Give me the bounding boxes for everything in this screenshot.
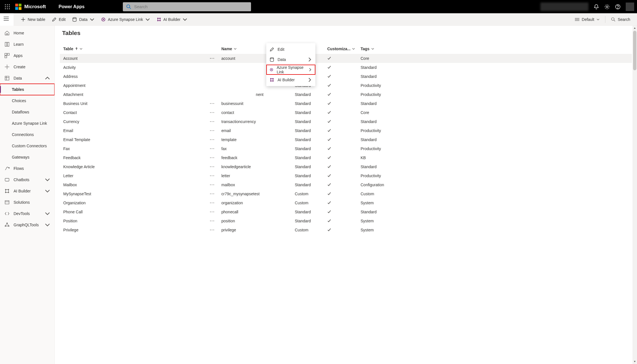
- cell-customizable: [327, 56, 361, 61]
- scroll-up-icon[interactable]: [634, 26, 636, 30]
- table-row[interactable]: Mailbox···mailboxStandardConfiguration: [60, 180, 632, 189]
- col-customizable[interactable]: Customiza...: [327, 47, 361, 51]
- nav-toggle-button[interactable]: [4, 17, 9, 21]
- col-tags[interactable]: Tags: [361, 47, 392, 51]
- nav-graphql[interactable]: GraphQLTools: [0, 219, 54, 231]
- cell-name: position: [221, 219, 295, 223]
- ai-builder-label: AI Builder: [163, 17, 181, 22]
- more-actions-button[interactable]: ···: [208, 137, 217, 142]
- nav-data[interactable]: Data: [0, 73, 54, 84]
- global-search[interactable]: [123, 2, 251, 11]
- cell-name: contact: [221, 110, 295, 115]
- nav-devtools[interactable]: DevTools: [0, 208, 54, 219]
- pencil-icon: [270, 47, 274, 52]
- ctx-data[interactable]: Data: [266, 54, 315, 65]
- global-search-input[interactable]: [134, 4, 248, 9]
- command-search[interactable]: Search: [608, 17, 633, 22]
- nav-azure-synapse[interactable]: Azure Synapse Link: [0, 118, 54, 129]
- nav-gateways[interactable]: Gateways: [0, 152, 54, 163]
- more-actions-button[interactable]: ···: [208, 101, 217, 106]
- more-actions-button[interactable]: ···: [208, 165, 217, 169]
- more-actions-button[interactable]: ···: [208, 174, 217, 178]
- nav-apps[interactable]: Apps: [0, 50, 54, 61]
- environment-picker[interactable]: [540, 3, 588, 11]
- edit-button[interactable]: Edit: [49, 13, 69, 25]
- nav-connections[interactable]: Connections: [0, 129, 54, 140]
- table-row[interactable]: Email···emailStandardProductivity: [60, 126, 632, 135]
- cell-customizable: [327, 74, 361, 79]
- scroll-down-icon[interactable]: [634, 359, 636, 363]
- table-row[interactable]: Fax···faxStandardProductivity: [60, 144, 632, 153]
- settings-icon[interactable]: [604, 4, 610, 10]
- more-actions-button[interactable]: ···: [208, 201, 217, 205]
- cell-table: Position: [63, 219, 221, 223]
- cell-name: businessunit: [221, 101, 295, 106]
- notifications-icon[interactable]: [594, 4, 599, 10]
- table-row[interactable]: ActivityCustomStandard: [60, 63, 632, 72]
- table-row[interactable]: Feedback···feedbackStandardKB: [60, 153, 632, 162]
- ai-builder-menu[interactable]: AI Builder: [153, 13, 191, 25]
- command-bar: New table Edit Data Azure Synapse Link A…: [14, 13, 637, 26]
- nav-ai-builder[interactable]: AI Builder: [0, 185, 54, 197]
- new-table-button[interactable]: New table: [18, 13, 49, 25]
- cell-table: Phone Call: [63, 210, 221, 214]
- nav-learn[interactable]: Learn: [0, 39, 54, 50]
- nav-chatbots[interactable]: Chatbots: [0, 174, 54, 185]
- table-row[interactable]: AttachmentnentStandardProductivity: [60, 90, 632, 99]
- more-actions-button[interactable]: ···: [208, 146, 217, 151]
- data-label: Data: [79, 17, 88, 22]
- table-row[interactable]: Currency···transactioncurrencyStandardSt…: [60, 117, 632, 126]
- table-row[interactable]: Organization···organizationCustomSystem: [60, 198, 632, 207]
- cell-tags: Configuration: [361, 183, 392, 187]
- more-actions-button[interactable]: ···: [208, 128, 217, 133]
- table-row[interactable]: AppointmentStandardProductivity: [60, 81, 632, 90]
- nav-create[interactable]: Create: [0, 61, 54, 73]
- help-icon[interactable]: [615, 4, 621, 10]
- ctx-edit[interactable]: Edit: [266, 44, 315, 54]
- nav-tables[interactable]: Tables: [0, 84, 54, 95]
- azure-synapse-menu[interactable]: Azure Synapse Link: [98, 13, 153, 25]
- table-row[interactable]: MySynapseTest···cr79c_mysynapsetestCusto…: [60, 189, 632, 198]
- scrollbar[interactable]: [632, 26, 637, 364]
- table-row[interactable]: Phone Call···phonecallStandardStandard: [60, 207, 632, 216]
- more-actions-button[interactable]: ···: [208, 119, 217, 124]
- view-selector[interactable]: Default: [572, 17, 602, 22]
- table-row[interactable]: Knowledge Article···knowledgearticleStan…: [60, 162, 632, 171]
- more-actions-button[interactable]: ···: [208, 192, 217, 196]
- scrollbar-thumb[interactable]: [633, 31, 636, 70]
- more-actions-button[interactable]: ···: [208, 183, 217, 187]
- svg-rect-31: [7, 53, 9, 55]
- more-actions-button[interactable]: ···: [208, 228, 217, 232]
- nav-choices[interactable]: Choices: [0, 95, 54, 106]
- table-row[interactable]: Letter···letterStandardProductivity: [60, 171, 632, 180]
- more-actions-button[interactable]: ···: [208, 110, 217, 115]
- nav-home-label: Home: [14, 31, 24, 35]
- more-actions-button[interactable]: ···: [208, 210, 217, 214]
- chevron-right-icon: [307, 57, 312, 62]
- avatar[interactable]: [626, 3, 634, 11]
- nav-azure-synapse-label: Azure Synapse Link: [12, 121, 47, 126]
- nav-solutions[interactable]: Solutions: [0, 197, 54, 208]
- app-name[interactable]: Power Apps: [59, 4, 85, 9]
- ctx-ai-builder[interactable]: AI Builder: [266, 75, 315, 85]
- table-row[interactable]: Privilege···privilegeCustomSystem: [60, 225, 632, 234]
- table-row[interactable]: AddressStandardStandard: [60, 72, 632, 81]
- nav-custom-connectors[interactable]: Custom Connectors: [0, 140, 54, 152]
- table-row[interactable]: Business Unit···businessunitStandardStan…: [60, 99, 632, 108]
- data-menu[interactable]: Data: [69, 13, 98, 25]
- app-launcher-icon[interactable]: [3, 2, 12, 11]
- svg-rect-39: [5, 178, 9, 181]
- more-actions-button[interactable]: ···: [208, 155, 217, 160]
- table-row[interactable]: Position···positionStandardSystem: [60, 216, 632, 225]
- nav-home[interactable]: Home: [0, 27, 54, 39]
- cell-tags: Productivity: [361, 83, 392, 88]
- table-row[interactable]: Contact···contactStandardCore: [60, 108, 632, 117]
- table-row[interactable]: Email Template···templateStandardStandar…: [60, 135, 632, 144]
- more-actions-button[interactable]: ···: [208, 56, 217, 61]
- nav-dataflows[interactable]: Dataflows: [0, 106, 54, 118]
- col-table[interactable]: Table: [63, 47, 221, 51]
- nav-flows[interactable]: Flows: [0, 163, 54, 174]
- ctx-azure-synapse[interactable]: Azure Synapse Link: [266, 65, 315, 75]
- more-actions-button[interactable]: ···: [208, 219, 217, 223]
- table-row[interactable]: ···Account···accountStandardCore: [60, 54, 632, 63]
